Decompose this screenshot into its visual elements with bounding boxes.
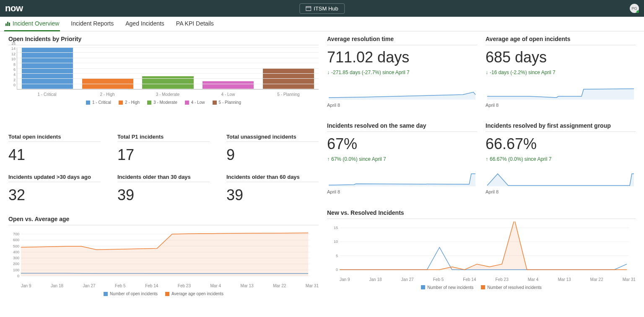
panel-title: Open Incidents by Priority xyxy=(8,36,319,45)
open-incidents-by-priority-panel: Open Incidents by Priority 0246810121416… xyxy=(8,36,319,117)
kpi-card[interactable]: Average resolution time711.02 days↓ -271… xyxy=(327,36,477,114)
svg-text:0: 0 xyxy=(17,274,19,278)
svg-marker-34 xyxy=(340,222,627,270)
dashboard-content: Open Incidents by Priority 0246810121416… xyxy=(0,31,644,300)
tab-incident-reports[interactable]: Incident Reports xyxy=(70,17,114,31)
legend-item[interactable]: 5 - Planning xyxy=(213,100,241,105)
kpi-change: ↑ 66.67% (0.0%) since April 7 xyxy=(486,156,636,162)
bar-chart: 0246810121416 1 - Critical2 - High3 - Mo… xyxy=(8,48,319,117)
scorecard[interactable]: Total open incidents41 xyxy=(8,134,101,164)
chart-bar[interactable] xyxy=(203,81,254,89)
kpi-title: Incidents resolved by first assignment g… xyxy=(486,122,636,132)
legend-item[interactable]: 2 - High xyxy=(119,100,140,105)
scorecard-value: 41 xyxy=(8,146,101,164)
user-avatar[interactable]: PG xyxy=(630,4,639,13)
spark-date: April 8 xyxy=(327,103,477,108)
svg-text:500: 500 xyxy=(13,244,19,248)
kpi-title: Average age of open incidents xyxy=(486,36,636,45)
svg-text:600: 600 xyxy=(13,238,19,242)
tab-bar: Incident Overview Incident Reports Aged … xyxy=(0,17,644,31)
spark-date: April 8 xyxy=(327,189,477,194)
arrow-up-icon: ↑ xyxy=(486,156,488,162)
svg-text:400: 400 xyxy=(13,250,19,254)
svg-rect-4 xyxy=(9,23,10,26)
kpi-card[interactable]: Incidents resolved by first assignment g… xyxy=(486,122,636,201)
legend-item[interactable]: Number of new incidents xyxy=(421,285,473,290)
scorecard-value: 9 xyxy=(226,146,319,164)
scorecard[interactable]: Total P1 incidents17 xyxy=(117,134,210,164)
scorecard-title: Total unassigned incidents xyxy=(226,134,319,142)
scorecard-value: 39 xyxy=(226,186,319,204)
svg-text:15: 15 xyxy=(334,226,338,230)
legend-item[interactable]: Number of resolved incidents xyxy=(481,285,542,290)
tab-label: Incident Overview xyxy=(13,20,59,27)
scorecard-title: Incidents older than 60 days xyxy=(226,174,319,182)
kpi-value: 711.02 days xyxy=(327,49,477,66)
app-header: now ITSM Hub PG xyxy=(0,0,644,17)
scorecard-value: 39 xyxy=(117,186,210,204)
kpi-card[interactable]: Incidents resolved on the same day67%↑ 6… xyxy=(327,122,477,201)
kpi-value: 66.67% xyxy=(486,135,636,153)
svg-text:0: 0 xyxy=(336,268,338,272)
legend-item[interactable]: Average age open incidents xyxy=(165,291,223,296)
chart-legend: 1 - Critical2 - High3 - Moderate4 - Low5… xyxy=(8,100,319,105)
open-vs-age-panel: Open vs. Average age 0100200300400500600… xyxy=(8,216,319,296)
scorecard[interactable]: Incidents older than 60 days39 xyxy=(226,174,319,204)
panel-title: New vs. Resolved Incidents xyxy=(327,209,636,219)
svg-rect-3 xyxy=(7,22,8,26)
svg-text:10: 10 xyxy=(334,240,338,244)
tab-pa-kpi-details[interactable]: PA KPI Details xyxy=(175,17,215,31)
chart-legend: Number of open incidentsAverage age open… xyxy=(8,291,319,296)
kpi-change: ↓ -271.85 days (-27.7%) since April 7 xyxy=(327,70,477,75)
svg-text:100: 100 xyxy=(13,268,19,272)
app-logo: now xyxy=(5,3,23,14)
kpi-change: ↓ -16 days (-2.2%) since April 7 xyxy=(486,70,636,75)
sparkline xyxy=(327,83,477,100)
tab-incident-overview[interactable]: Incident Overview xyxy=(4,17,60,31)
tab-label: PA KPI Details xyxy=(176,20,214,27)
scorecard-grid: Total open incidents41Total P1 incidents… xyxy=(8,134,319,204)
legend-item[interactable]: 3 - Moderate xyxy=(147,100,177,105)
left-column: Open Incidents by Priority 0246810121416… xyxy=(8,36,319,296)
scorecard-title: Incidents updated >30 days ago xyxy=(8,174,101,182)
spark-date: April 8 xyxy=(486,189,636,194)
kpi-value: 67% xyxy=(327,135,477,153)
arrow-down-icon: ↓ xyxy=(486,70,488,75)
arrow-up-icon: ↑ xyxy=(327,156,330,162)
scorecard[interactable]: Incidents older than 30 days39 xyxy=(117,174,210,204)
tab-label: Incident Reports xyxy=(71,20,114,27)
hub-selector-button[interactable]: ITSM Hub xyxy=(299,3,345,14)
line-chart: 0100200300400500600700 xyxy=(8,228,310,282)
scorecard[interactable]: Total unassigned incidents9 xyxy=(226,134,319,164)
scorecard-value: 17 xyxy=(117,146,210,164)
chart-legend: Number of new incidentsNumber of resolve… xyxy=(327,285,636,290)
scorecard-title: Total P1 incidents xyxy=(117,134,210,142)
legend-item[interactable]: 1 - Critical xyxy=(86,100,111,105)
legend-item[interactable]: Number of open incidents xyxy=(104,291,158,296)
new-vs-resolved-panel: New vs. Resolved Incidents 051015 Jan 9J… xyxy=(327,209,636,296)
kpi-value: 685 days xyxy=(486,49,636,66)
tab-aged-incidents[interactable]: Aged Incidents xyxy=(125,17,165,31)
svg-marker-25 xyxy=(487,174,634,186)
svg-text:700: 700 xyxy=(13,232,19,236)
scorecard-title: Total open incidents xyxy=(8,134,101,142)
bar-chart-icon xyxy=(5,21,11,26)
svg-marker-21 xyxy=(21,233,308,276)
right-column: Average resolution time711.02 days↓ -271… xyxy=(327,36,636,296)
svg-text:200: 200 xyxy=(13,262,19,266)
line-chart: 051015 xyxy=(327,222,629,276)
sparkline xyxy=(327,170,477,186)
svg-marker-23 xyxy=(487,89,634,100)
panel-title: Open vs. Average age xyxy=(8,216,319,225)
sparkline xyxy=(486,83,636,100)
arrow-down-icon: ↓ xyxy=(327,70,330,75)
svg-text:300: 300 xyxy=(13,256,19,260)
scorecard-value: 32 xyxy=(8,186,101,204)
svg-rect-0 xyxy=(306,6,311,10)
legend-item[interactable]: 4 - Low xyxy=(185,100,205,105)
scorecard-title: Incidents older than 30 days xyxy=(117,174,210,182)
spark-date: April 8 xyxy=(486,103,636,108)
scorecard[interactable]: Incidents updated >30 days ago32 xyxy=(8,174,101,204)
kpi-title: Incidents resolved on the same day xyxy=(327,122,477,132)
kpi-card[interactable]: Average age of open incidents685 days↓ -… xyxy=(486,36,636,114)
